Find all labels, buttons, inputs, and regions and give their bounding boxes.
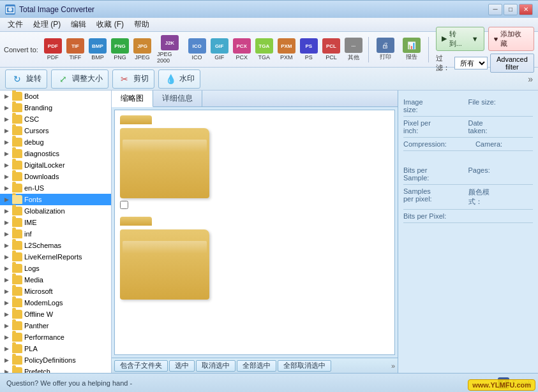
toolbar-expand-button[interactable]: » (528, 74, 533, 84)
tree-item-enus[interactable]: ▶ en-US (0, 182, 111, 194)
format-pdf[interactable]: PDF PDF (43, 36, 63, 62)
tree-label: inf (24, 230, 32, 238)
tree-item-livekernelreports[interactable]: ▶ LiveKernelReports (0, 251, 111, 263)
tree-item-logs[interactable]: ▶ Logs (0, 263, 111, 274)
jpeg-icon: JPG (133, 38, 151, 54)
menu-favorites[interactable]: 收藏 (F) (91, 18, 129, 31)
format-pcx[interactable]: PCX PCX (232, 36, 252, 62)
watermark-icon: 💧 (164, 73, 177, 85)
rotate-label: 旋转 (26, 73, 41, 84)
format-ico[interactable]: ICO ICO (187, 36, 207, 62)
close-button[interactable]: ✕ (519, 4, 533, 15)
format-bmp[interactable]: BMP BMP (87, 36, 108, 62)
tree-item-boot[interactable]: ▶ Boot (0, 91, 111, 102)
tree-item-offlinew[interactable]: ▶ Offline W (0, 309, 111, 320)
tree-label: PLA (24, 345, 38, 352)
tree-label: Downloads (24, 173, 59, 180)
deselect-button[interactable]: 取消选中 (196, 360, 235, 372)
advanced-filter-button[interactable]: Advanced filter (490, 54, 534, 73)
crop-button[interactable]: ✂ 剪切 (112, 69, 154, 89)
deselect-all-button[interactable]: 全部取消选中 (278, 360, 331, 372)
tree-item-l2schemas[interactable]: ▶ L2Schemas (0, 240, 111, 251)
menu-process[interactable]: 处理 (P) (28, 18, 66, 31)
format-tga[interactable]: TGA TGA (254, 36, 274, 62)
tree-item-csc[interactable]: ▶ CSC (0, 113, 111, 125)
tree-item-modemlogs[interactable]: ▶ ModemLogs (0, 297, 111, 309)
spacer (403, 151, 533, 164)
minimize-button[interactable]: ─ (488, 4, 502, 15)
tab-detail[interactable]: 详细信息 (153, 91, 202, 106)
add-favorites-button[interactable]: ♥ 添加收藏 (488, 27, 534, 51)
tree-arrow: ▶ (3, 219, 10, 226)
rotate-button[interactable]: ↻ 旋转 (5, 69, 47, 89)
jpeg-label: JPEG (135, 54, 150, 61)
bmp-icon: BMP (89, 38, 107, 54)
tree-arrow: ▶ (3, 253, 10, 261)
format-tiff[interactable]: TIF TIFF (65, 36, 86, 62)
tree-arrow: ▶ (3, 276, 10, 284)
goto-button[interactable]: ▶ 转到... ▼ (436, 27, 484, 51)
tree-item-inf[interactable]: ▶ inf (0, 228, 111, 240)
tree-arrow: ▶ (3, 127, 10, 134)
tab-thumbnail[interactable]: 缩略图 (112, 91, 153, 107)
select-button[interactable]: 选中 (169, 360, 195, 372)
tree-item-debug[interactable]: ▶ debug (0, 136, 111, 148)
bits-per-pixel-label: Bits per Pixel: (403, 212, 468, 220)
tree-item-pla[interactable]: ▶ PLA (0, 343, 111, 354)
watermark-button[interactable]: 💧 水印 (158, 69, 200, 89)
bottom-expand-button[interactable]: » (391, 362, 395, 370)
format-pxm[interactable]: PXM PXM (276, 36, 297, 62)
tree-item-microsoft[interactable]: ▶ Microsoft (0, 286, 111, 297)
format-jp2k[interactable]: J2K JPEG 2000 (154, 33, 185, 66)
folder-icon (12, 172, 22, 181)
format-ps[interactable]: PS PS (299, 36, 319, 62)
maximize-button[interactable]: □ (504, 4, 518, 15)
tree-item-policydefinitions[interactable]: ▶ PolicyDefinitions (0, 354, 111, 366)
select-all-button[interactable]: 全部选中 (237, 360, 276, 372)
format-other[interactable]: ... 其他 (343, 36, 364, 64)
tree-item-diagnostics[interactable]: ▶ diagnostics (0, 148, 111, 159)
format-pcl[interactable]: PCL PCL (321, 36, 341, 62)
report-button[interactable]: 📊 报告 (400, 36, 424, 63)
pages-value (500, 166, 533, 182)
tree-item-cursors[interactable]: ▶ Cursors (0, 125, 111, 136)
tab-bar: 缩略图 详细信息 (112, 91, 398, 107)
thumbnail-area[interactable] (114, 110, 395, 355)
format-toolbar: Convert to: PDF PDF TIF TIFF BMP BMP PNG… (0, 32, 538, 68)
filter-select[interactable]: 所有 (454, 57, 488, 69)
tree-item-branding[interactable]: ▶ Branding (0, 102, 111, 113)
tree-label: Performance (24, 333, 64, 341)
resize-label: 调整大小 (72, 73, 103, 84)
tree-arrow: ▶ (3, 92, 10, 100)
tree-item-ime[interactable]: ▶ IME (0, 217, 111, 228)
tree-label: Microsoft (24, 287, 53, 295)
camera-value (504, 140, 533, 148)
menu-file[interactable]: 文件 (3, 18, 28, 31)
tree-label: Boot (24, 92, 39, 100)
tree-item-panther[interactable]: ▶ Panther (0, 320, 111, 331)
format-jpeg[interactable]: JPG JPEG (132, 36, 153, 62)
watermark-label: 水印 (179, 73, 195, 84)
thumbnail-checkbox-1[interactable] (120, 201, 128, 209)
bits-per-pixel-value (468, 212, 534, 220)
folder-highlight (123, 140, 207, 152)
tree-item-media[interactable]: ▶ Media (0, 274, 111, 286)
tree-item-performance[interactable]: ▶ Performance (0, 331, 111, 343)
print-button[interactable]: 🖨 打印 (373, 36, 398, 63)
watermark-logo: www.YLMFU.com (468, 379, 535, 391)
include-subfolders-button[interactable]: 包含子文件夹 (114, 360, 168, 372)
tree-item-digitallocker[interactable]: ▶ DigitalLocker (0, 159, 111, 171)
pdf-icon: PDF (44, 38, 62, 54)
tree-item-downloads[interactable]: ▶ Downloads (0, 171, 111, 182)
pxm-label: PXM (280, 54, 293, 61)
tree-item-globalization[interactable]: ▶ Globalization (0, 205, 111, 217)
tree-item-fonts[interactable]: ▶ Fonts (0, 194, 111, 205)
resize-button[interactable]: ⤢ 调整大小 (51, 69, 108, 89)
pixel-per-inch-value (436, 119, 468, 134)
menu-help[interactable]: 帮助 (129, 18, 154, 31)
format-png[interactable]: PNG PNG (110, 36, 130, 62)
menu-edit[interactable]: 编辑 (66, 18, 91, 31)
tree-item-prefetch[interactable]: ▶ Prefetch (0, 366, 111, 373)
jp2k-icon: J2K (161, 35, 179, 50)
format-gif[interactable]: GIF GIF (209, 36, 230, 62)
